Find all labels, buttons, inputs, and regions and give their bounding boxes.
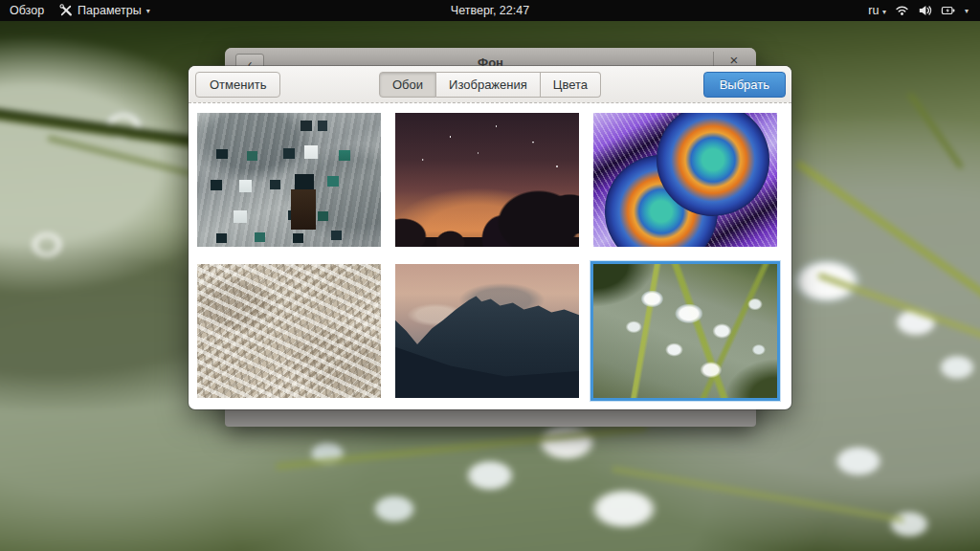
activities-button[interactable]: Обзор bbox=[10, 4, 44, 17]
wifi-icon[interactable] bbox=[895, 4, 909, 17]
cancel-button[interactable]: Отменить bbox=[195, 72, 280, 98]
tools-icon bbox=[59, 4, 73, 17]
wallpaper-thumbnail-torus[interactable] bbox=[593, 113, 777, 247]
picker-tab-group: Обои Изображения Цвета bbox=[379, 72, 601, 98]
leaf-stem bbox=[794, 160, 980, 314]
app-menu-button[interactable]: Параметры ▾ bbox=[59, 4, 150, 17]
select-button[interactable]: Выбрать bbox=[703, 72, 786, 98]
wallpaper-thumbnail-leaf-drops-selected[interactable] bbox=[593, 264, 777, 398]
grass-blade bbox=[907, 92, 964, 169]
volume-icon[interactable] bbox=[918, 4, 932, 17]
picker-headerbar: Отменить Обои Изображения Цвета Выбрать bbox=[189, 66, 791, 103]
system-menu-chevron-icon[interactable]: ▾ bbox=[965, 7, 969, 15]
app-menu-label: Параметры bbox=[78, 4, 142, 17]
tab-pictures[interactable]: Изображения bbox=[436, 72, 541, 98]
wallpaper-picker-dialog: Отменить Обои Изображения Цвета Выбрать bbox=[189, 66, 791, 409]
wallpaper-thumbnail-building[interactable] bbox=[197, 113, 381, 247]
keyboard-layout-indicator[interactable]: ru ▾ bbox=[868, 4, 886, 17]
leaf-stem bbox=[612, 466, 904, 523]
chevron-down-icon: ▾ bbox=[882, 8, 886, 16]
wallpaper-grid bbox=[189, 103, 791, 398]
wallpaper-thumbnail-night-sky[interactable] bbox=[395, 113, 579, 247]
leaf-stem bbox=[817, 273, 980, 353]
chevron-down-icon: ▾ bbox=[146, 7, 150, 15]
tab-colors[interactable]: Цвета bbox=[541, 72, 601, 98]
battery-charging-icon[interactable] bbox=[941, 4, 956, 17]
wallpaper-thumbnail-mountains[interactable] bbox=[395, 264, 579, 398]
leaf-stem bbox=[276, 425, 648, 471]
tab-wallpapers[interactable]: Обои bbox=[379, 72, 436, 98]
top-bar: Обзор Параметры ▾ Четверг, 22:47 ru ▾ bbox=[0, 0, 980, 21]
wallpaper-thumbnail-wood-chips[interactable] bbox=[197, 264, 381, 398]
